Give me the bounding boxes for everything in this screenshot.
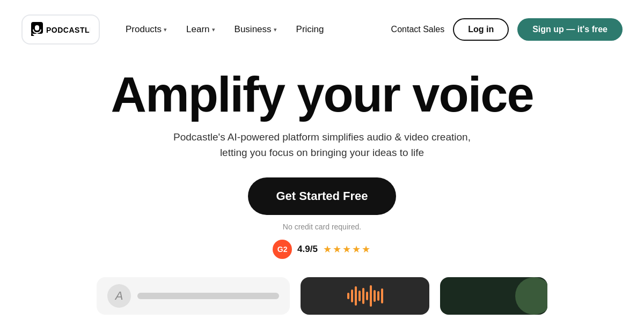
- login-button[interactable]: Log in: [453, 18, 509, 41]
- navbar-left: PODCASTLE Products ▾ Learn ▾ Business ▾ …: [21, 14, 333, 44]
- get-started-button[interactable]: Get Started Free: [248, 177, 396, 215]
- nav-business-label: Business: [235, 24, 272, 35]
- text-line-1: [137, 293, 279, 299]
- rating-row: G2 4.9/5 ★★★★★: [273, 240, 371, 259]
- products-chevron-icon: ▾: [164, 26, 167, 33]
- business-chevron-icon: ▾: [274, 26, 277, 33]
- wave-bar-3: [355, 286, 357, 306]
- screenshot-card-right: [440, 277, 547, 315]
- svg-text:PODCASTLE: PODCASTLE: [46, 26, 90, 34]
- rating-stars: ★★★★★: [323, 243, 371, 255]
- nav-pricing-label: Pricing: [296, 24, 324, 35]
- no-credit-label: No credit card required.: [283, 222, 361, 231]
- wave-bar-8: [374, 290, 376, 302]
- hero-title: Amplify your voice: [111, 70, 533, 119]
- hero-subtitle: Podcastle's AI-powered platform simplifi…: [166, 130, 478, 160]
- waveform: [347, 285, 383, 307]
- screenshot-card-middle: [301, 277, 429, 315]
- wave-bar-10: [381, 288, 383, 303]
- nav-learn[interactable]: Learn ▾: [178, 20, 223, 39]
- wave-bar-5: [362, 288, 364, 304]
- svg-rect-1: [35, 25, 39, 31]
- wave-bar-4: [358, 291, 361, 301]
- wave-bar-7: [370, 285, 372, 307]
- nav-products-label: Products: [126, 24, 162, 35]
- logo-svg: PODCASTLE: [31, 21, 90, 38]
- rating-value: 4.9/5: [297, 244, 318, 255]
- nav-learn-label: Learn: [186, 24, 209, 35]
- wave-bar-9: [377, 291, 379, 301]
- wave-bar-1: [347, 293, 349, 299]
- logo[interactable]: PODCASTLE: [21, 14, 100, 44]
- navbar-right: Contact Sales Log in Sign up — it's free: [391, 18, 623, 41]
- screenshots-area: A: [0, 272, 644, 315]
- wave-bar-2: [351, 290, 353, 302]
- hero-section: Amplify your voice Podcastle's AI-powere…: [0, 59, 644, 259]
- nav-pricing[interactable]: Pricing: [288, 20, 333, 39]
- g2-badge: G2: [273, 240, 292, 259]
- nav-business[interactable]: Business ▾: [226, 20, 286, 39]
- learn-chevron-icon: ▾: [212, 26, 215, 33]
- nav-products[interactable]: Products ▾: [117, 20, 175, 39]
- signup-button[interactable]: Sign up — it's free: [517, 18, 623, 41]
- navbar: PODCASTLE Products ▾ Learn ▾ Business ▾ …: [0, 0, 644, 59]
- screenshot-card-left: A: [97, 277, 290, 315]
- text-cursor-icon: A: [107, 284, 131, 308]
- g2-label: G2: [277, 245, 288, 254]
- contact-sales-link[interactable]: Contact Sales: [391, 25, 445, 34]
- person-avatar: [515, 277, 547, 315]
- wave-bar-6: [366, 292, 368, 300]
- logo-image: PODCASTLE: [31, 21, 90, 38]
- nav-links: Products ▾ Learn ▾ Business ▾ Pricing: [117, 20, 333, 39]
